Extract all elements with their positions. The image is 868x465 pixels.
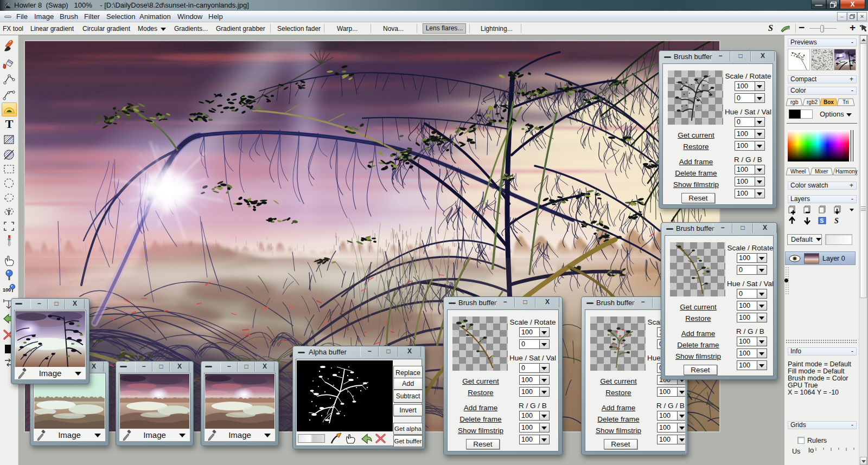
svg-text:100: 100: [3, 287, 11, 293]
svg-text:×: ×: [818, 216, 820, 217]
svg-text:rgb: rgb: [790, 99, 799, 105]
svg-text:S: S: [820, 218, 824, 224]
svg-text:S: S: [834, 217, 839, 225]
svg-text:Harmony: Harmony: [835, 169, 858, 175]
svg-text:Tri: Tri: [843, 99, 848, 105]
svg-text:Mixer: Mixer: [815, 169, 828, 175]
svg-text:Wheel: Wheel: [790, 169, 806, 175]
svg-text:Box: Box: [824, 99, 834, 105]
svg-text:rgb2: rgb2: [807, 99, 818, 105]
